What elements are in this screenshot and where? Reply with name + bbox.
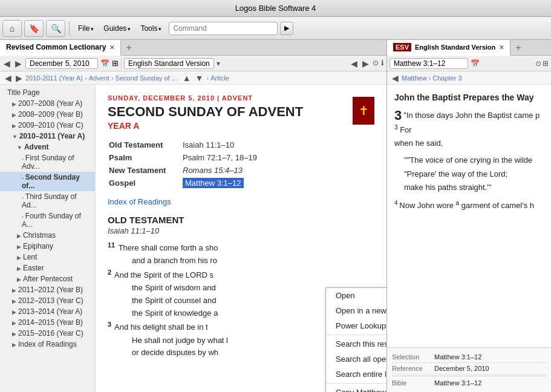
- add-tab-button[interactable]: +: [121, 42, 136, 53]
- bookmark-button[interactable]: 🔖: [24, 20, 44, 37]
- file-menu[interactable]: File▾: [73, 22, 99, 34]
- breadcrumb-back-btn[interactable]: ◀: [4, 73, 13, 83]
- breadcrumb-up-btn[interactable]: ▲: [181, 73, 192, 83]
- rcl-tab-close[interactable]: ✕: [109, 44, 114, 51]
- context-open[interactable]: Open: [326, 288, 386, 303]
- verse-num-11: 11: [108, 241, 115, 249]
- context-search-resource[interactable]: Search this resource: [326, 336, 386, 351]
- breadcrumb-fwd-btn[interactable]: ▶: [15, 73, 24, 83]
- sidebar-item-index[interactable]: ▶Index of Readings: [0, 339, 95, 350]
- sidebar-item-first-sunday[interactable]: •First Sunday of Adv...: [0, 152, 95, 172]
- esv-tab[interactable]: ESV English Standard Version ✕: [387, 40, 510, 56]
- triangle-icon-10: ▶: [17, 276, 21, 283]
- sync-icon[interactable]: ⊙: [373, 59, 379, 68]
- esv-add-tab[interactable]: +: [510, 42, 526, 53]
- context-power-lookup[interactable]: Power Lookup: [326, 318, 386, 333]
- nav-fwd-btn[interactable]: ▶: [14, 59, 23, 68]
- breadcrumb-down-btn[interactable]: ▼: [194, 73, 205, 83]
- esv-chapter-link[interactable]: Chapter 3: [432, 74, 461, 82]
- selection-panel: Selection Matthew 3:1–12 Reference Decem…: [387, 347, 551, 392]
- breadcrumb-item[interactable]: Second Sunday of ...: [116, 74, 177, 82]
- sidebar-item-2014[interactable]: ▶2014–2015 (Year B): [0, 317, 95, 328]
- guides-menu[interactable]: Guides▾: [99, 22, 135, 34]
- sidebar-item-third-sunday[interactable]: •Third Sunday of Ad...: [0, 191, 95, 211]
- psalm-ref[interactable]: Psalm 72:1–7, 18–19: [183, 152, 262, 163]
- triangle-icon-9: ▶: [17, 266, 21, 272]
- sidebar-item-christmas[interactable]: ▶Christmas: [0, 230, 95, 241]
- esv-verse1b: 3 For: [394, 125, 412, 134]
- sidebar-nav: Title Page ▶2007–2008 (Year A) ▶2008–200…: [0, 85, 96, 392]
- sidebar-title-page[interactable]: Title Page: [0, 87, 95, 98]
- esv-nav-bar: Matthew 3:1–12 📅 ⊙ ⊞: [387, 56, 551, 71]
- sidebar-item-fourth-sunday[interactable]: •Fourth Sunday of A...: [0, 211, 95, 230]
- new-testament-ref[interactable]: Romans 15:4–13: [183, 165, 262, 176]
- date-box[interactable]: December 5, 2010: [25, 58, 98, 69]
- reference-label: Reference: [392, 365, 434, 372]
- sidebar-item-easter[interactable]: ▶Easter: [0, 263, 95, 273]
- esv-ref-box[interactable]: Matthew 3:1–12: [390, 58, 468, 69]
- nav-back-btn[interactable]: ◀: [2, 59, 11, 68]
- triangle-icon-12: ▶: [12, 298, 16, 304]
- context-search-open[interactable]: Search all open resources: [326, 351, 386, 367]
- tools-arrow: ▾: [158, 26, 161, 32]
- old-testament-ref[interactable]: Isaiah 11:1–10: [183, 139, 262, 151]
- rcl-tab[interactable]: Revised Common Lectionary ✕: [0, 40, 121, 56]
- gospel-ref[interactable]: Matthew 3:1–12: [183, 177, 262, 189]
- dot-icon-3: •: [22, 195, 24, 200]
- sidebar-item-2012[interactable]: ▶2012–2013 (Year C): [0, 295, 95, 306]
- sidebar-item-2013[interactable]: ▶2013–2014 (Year A): [0, 306, 95, 317]
- breadcrumb-year[interactable]: 2010-2011 (Year A): [25, 74, 83, 82]
- document-area: ✝ SUNDAY, DECEMBER 5, 2010 | ADVENT SECO…: [96, 85, 386, 392]
- triangle-icon-2: ▶: [12, 112, 16, 118]
- esv-verse1: 3 "In those days John the Baptist came p…: [394, 109, 544, 137]
- next-article-btn[interactable]: ▶: [361, 59, 370, 68]
- sidebar-item-lent[interactable]: ▶Lent: [0, 252, 95, 263]
- psalm-label: Psalm: [109, 152, 181, 163]
- title-bar: Logos Bible Software 4: [0, 0, 551, 17]
- sidebar-item-second-sunday[interactable]: •Second Sunday of...: [0, 172, 95, 191]
- esv-panel-icon[interactable]: ⊞: [543, 59, 549, 68]
- esv-nav-icon[interactable]: 📅: [471, 59, 480, 68]
- doc-date-label: SUNDAY, DECEMBER 5, 2010 | ADVENT: [108, 94, 374, 102]
- sidebar-item-2011[interactable]: ▶2011–2012 (Year B): [0, 284, 95, 295]
- context-copy[interactable]: Copy Matthew 3:1–12: [326, 385, 386, 392]
- breadcrumb-article[interactable]: Article: [210, 74, 229, 82]
- esv-book-link[interactable]: Matthew: [402, 74, 427, 82]
- go-button[interactable]: ▶: [280, 22, 293, 35]
- esv-verse4: 4 Now John wore a garment of camel's h: [394, 198, 544, 212]
- esv-right-controls: ⊙ ⊞: [535, 59, 549, 68]
- esv-sync-icon[interactable]: ⊙: [535, 59, 541, 68]
- sidebar-item-pentecost[interactable]: ▶After Pentecost: [0, 273, 95, 284]
- sidebar-item-2008[interactable]: ▶2008–2009 (Year B): [0, 109, 95, 120]
- breadcrumb-season[interactable]: Advent: [89, 74, 109, 82]
- context-search-library[interactable]: Search entire library: [326, 367, 386, 382]
- reference-value: December 5, 2010: [434, 365, 489, 372]
- version-box[interactable]: English Standard Version: [124, 58, 214, 69]
- info-icon[interactable]: ℹ: [381, 59, 384, 68]
- menu-bar: File▾ Guides▾ Tools▾: [73, 22, 166, 34]
- toolbar: ⌂ 🔖 🔍 File▾ Guides▾ Tools▾ ▶: [0, 17, 551, 40]
- selection-value: Matthew 3:1–12: [434, 353, 481, 361]
- context-open-tab[interactable]: Open in a new tab: [326, 303, 386, 318]
- doc-year: YEAR A: [108, 121, 374, 131]
- nav-arrow-icon[interactable]: ▾: [217, 59, 220, 68]
- tools-menu[interactable]: Tools▾: [135, 22, 166, 34]
- search-button[interactable]: 🔍: [46, 20, 65, 37]
- esv-tab-close[interactable]: ✕: [499, 44, 504, 51]
- calendar-icon[interactable]: 📅: [100, 59, 109, 68]
- triangle-icon: ▶: [12, 101, 16, 107]
- sidebar-item-2009[interactable]: ▶2009–2010 (Year C): [0, 120, 95, 131]
- section-ref: Isaiah 11:1–10: [108, 226, 374, 235]
- sidebar-item-advent[interactable]: ▼Advent: [0, 142, 95, 152]
- prev-article-btn[interactable]: ◀: [350, 59, 359, 68]
- index-of-readings-link[interactable]: Index of Readings: [108, 197, 374, 206]
- esv-back-btn[interactable]: ◀: [391, 73, 400, 83]
- home-button[interactable]: ⌂: [2, 20, 22, 37]
- command-input[interactable]: [169, 22, 278, 35]
- sidebar-item-2015[interactable]: ▶2015–2016 (Year C): [0, 328, 95, 339]
- sidebar-item-2007[interactable]: ▶2007–2008 (Year A): [0, 98, 95, 109]
- sidebar-item-2010[interactable]: ▼2010–2011 (Year A): [0, 131, 95, 142]
- sidebar-item-epiphany[interactable]: ▶Epiphany: [0, 241, 95, 252]
- gospel-label: Gospel: [109, 177, 181, 189]
- esv-tab-bar: ESV English Standard Version ✕ +: [387, 40, 551, 56]
